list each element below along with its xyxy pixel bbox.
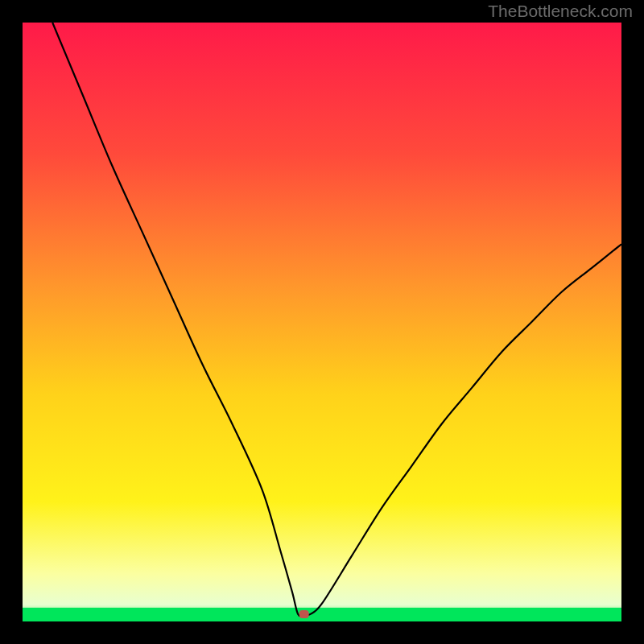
plot-area bbox=[23, 23, 621, 621]
chart-frame: TheBottleneck.com bbox=[0, 0, 644, 644]
chart-svg bbox=[23, 23, 621, 621]
minimum-marker bbox=[299, 610, 309, 618]
green-strip bbox=[23, 608, 621, 621]
watermark-text: TheBottleneck.com bbox=[488, 2, 633, 21]
